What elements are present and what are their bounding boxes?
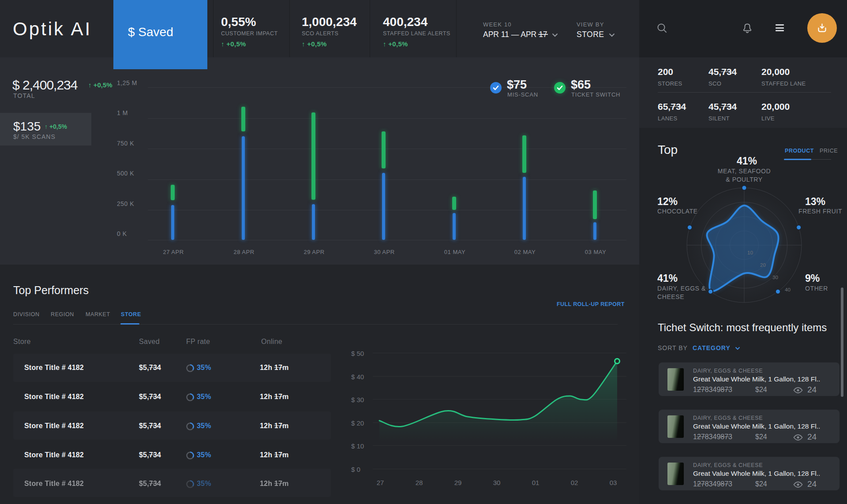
svg-text:20: 20	[760, 262, 766, 268]
svg-text:10: 10	[747, 250, 753, 255]
svg-text:30: 30	[772, 275, 778, 280]
svg-text:40: 40	[785, 287, 791, 292]
